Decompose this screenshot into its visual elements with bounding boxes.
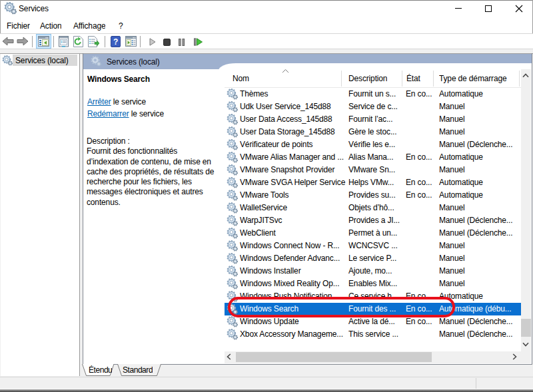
svg-text:?: ? — [113, 37, 118, 47]
